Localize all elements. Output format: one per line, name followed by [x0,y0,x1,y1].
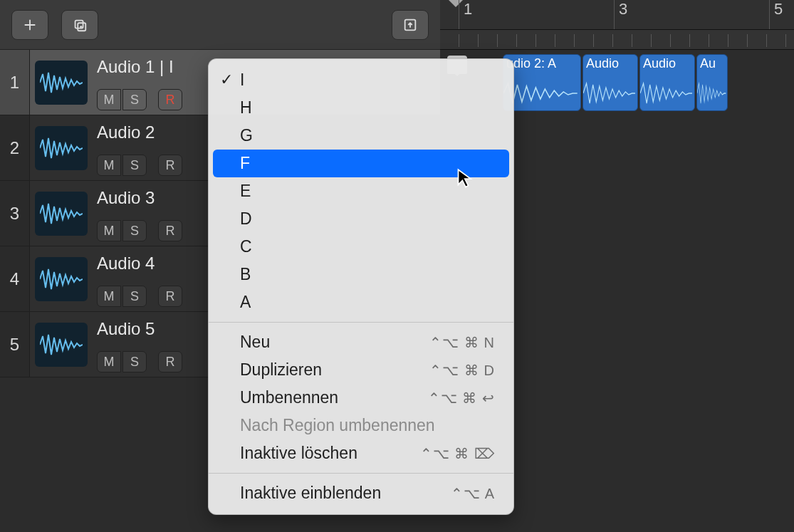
region-name: Audio [643,56,691,71]
track-icon[interactable] [30,115,93,180]
beat-tick [632,34,632,47]
audio-waveform-icon [35,61,88,105]
track-number: 5 [0,312,30,377]
menu-item-alternative[interactable]: I [209,66,513,94]
solo-button[interactable]: S [122,155,147,176]
toolbar [0,0,440,50]
menu-item-label: Neu [240,333,270,352]
menu-item-label: Inaktive löschen [240,444,357,463]
track-number: 4 [0,246,30,311]
track-number: 2 [0,115,30,180]
beat-tick [612,34,613,47]
audio-region[interactable]: Au [696,54,728,111]
menu-item-label: Nach Region umbenennen [240,416,435,435]
beat-tick [459,34,459,47]
beat-tick [478,34,479,47]
duplicate-icon [72,17,88,33]
menu-item-alternative[interactable]: G [209,122,513,150]
menu-item-shortcut: ⌃⌥ ⌘ ⌦ [420,445,495,462]
menu-item-label: B [240,265,251,284]
bar-tick: 5 [769,0,770,29]
collapse-button[interactable] [392,10,429,40]
track-icon[interactable] [30,181,93,246]
track-icon[interactable] [30,246,93,311]
track-icon[interactable] [30,50,93,115]
beat-tick [497,34,498,47]
menu-item-alternative[interactable]: E [209,177,513,205]
beat-tick [516,34,517,47]
menu-item-action[interactable]: Neu⌃⌥ ⌘ N [209,328,513,356]
mute-button[interactable]: M [97,89,121,110]
track-icon[interactable] [30,312,93,377]
track-number: 1 [0,50,30,115]
beat-tick [747,34,748,47]
beat-tick [785,34,786,47]
add-track-button[interactable] [11,10,48,40]
menu-item-label: D [240,209,252,229]
beat-tick [574,34,575,47]
duplicate-track-button[interactable] [61,10,98,40]
menu-item-label: Duplizieren [240,360,322,380]
solo-button[interactable]: S [122,89,147,110]
beat-tick [555,34,555,47]
menu-item-action[interactable]: Inaktive löschen⌃⌥ ⌘ ⌦ [209,439,513,467]
menu-item-label: G [240,126,253,145]
region-name: Au [700,56,724,71]
menu-item-label: Umbenennen [240,388,338,407]
bar-tick: 3 [614,0,615,29]
audio-region[interactable]: Audio [583,54,638,111]
solo-button[interactable]: S [122,351,147,372]
menu-item-label: E [240,182,251,201]
menu-item-label: H [240,98,252,118]
menu-item-alternative[interactable]: B [209,261,513,288]
beat-ruler[interactable] [440,30,794,50]
menu-item-alternative[interactable]: C [209,233,513,261]
record-enable-button[interactable]: R [158,220,182,241]
cycle-marker-icon[interactable] [447,0,464,16]
record-enable-button[interactable]: R [158,89,182,110]
beat-tick [536,34,536,47]
solo-button[interactable]: S [122,220,147,241]
menu-item-alternative[interactable]: D [209,205,513,233]
menu-item-shortcut: ⌃⌥ ⌘ ↩ [428,390,495,407]
beat-tick [766,34,767,47]
track-number: 3 [0,181,30,246]
audio-waveform-icon [35,323,88,367]
bar-number: 5 [774,0,783,19]
menu-item-alternative[interactable]: H [209,94,513,122]
audio-region[interactable]: Audio [639,54,695,111]
mute-button[interactable]: M [97,220,121,241]
menu-item-shortcut: ⌃⌥ ⌘ D [429,362,495,379]
menu-item-label: I [240,71,244,90]
audio-waveform-icon [35,192,88,236]
menu-item-action[interactable]: Umbenennen⌃⌥ ⌘ ↩ [209,384,513,412]
beat-tick [651,34,652,47]
audio-region[interactable]: udio 2: A [503,54,581,111]
mute-button[interactable]: M [97,286,121,307]
menu-item-shortcut: ⌃⌥ A [451,485,495,502]
audio-waveform-icon [35,126,88,170]
beat-tick [728,34,728,47]
bar-ruler[interactable]: 135 [440,0,794,30]
bar-number: 1 [464,0,472,19]
menu-item-label: C [240,237,252,256]
menu-item-label: A [240,293,251,312]
region-name: Audio [586,56,634,71]
menu-item-action[interactable]: Duplizieren⌃⌥ ⌘ D [209,356,513,384]
menu-item-action[interactable]: Inaktive einblenden⌃⌥ A [209,479,513,507]
arrow-into-box-icon [402,17,418,33]
solo-button[interactable]: S [122,286,147,307]
menu-item-alternative[interactable]: A [209,288,513,316]
mute-button[interactable]: M [97,351,121,372]
beat-tick [670,34,671,47]
menu-item-label: Inaktive einblenden [240,484,381,503]
record-enable-button[interactable]: R [158,286,182,307]
track-alternatives-menu: IHGFEDCBANeu⌃⌥ ⌘ NDuplizieren⌃⌥ ⌘ DUmben… [208,58,514,515]
region-name: udio 2: A [506,56,578,71]
record-enable-button[interactable]: R [158,351,182,372]
menu-item-alternative[interactable]: F [213,150,509,177]
menu-item-label: F [240,154,250,173]
menu-item-action: Nach Region umbenennen [209,412,513,439]
record-enable-button[interactable]: R [158,155,182,176]
mute-button[interactable]: M [97,155,121,176]
